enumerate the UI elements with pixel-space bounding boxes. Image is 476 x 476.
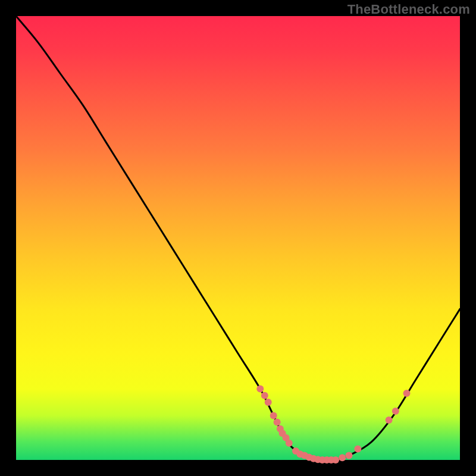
data-dot xyxy=(256,386,264,393)
chart-svg xyxy=(16,16,460,460)
bottleneck-curve xyxy=(16,16,460,461)
data-dot xyxy=(332,456,339,464)
data-dot xyxy=(286,440,293,447)
data-dot xyxy=(354,445,361,452)
data-dot xyxy=(339,454,346,461)
data-dot xyxy=(386,416,393,424)
data-dot xyxy=(392,408,399,415)
data-dot xyxy=(403,390,411,397)
data-dot xyxy=(274,419,281,426)
chart-frame: TheBottleneck.com xyxy=(0,0,476,476)
data-dot xyxy=(261,392,268,399)
data-dot xyxy=(270,412,277,419)
data-dot xyxy=(346,452,353,459)
watermark-text: TheBottleneck.com xyxy=(347,2,470,17)
data-dot xyxy=(265,399,272,406)
